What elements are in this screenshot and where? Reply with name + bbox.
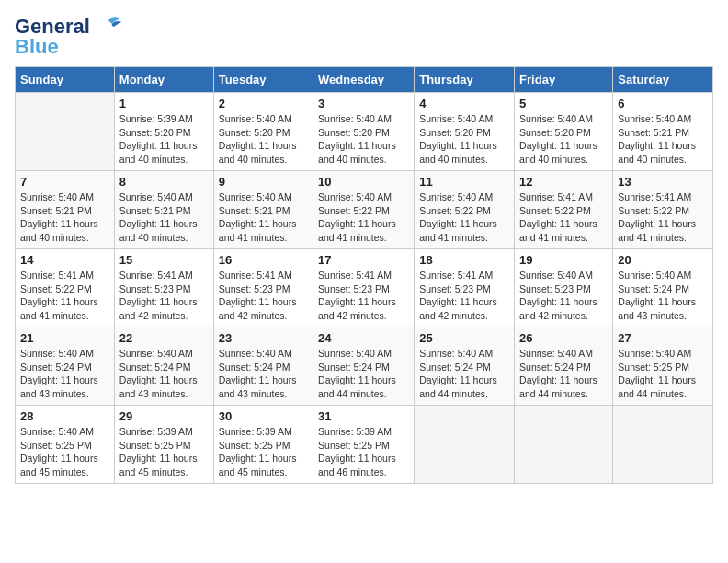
calendar-cell xyxy=(415,406,515,484)
calendar-cell: 6Sunrise: 5:40 AMSunset: 5:21 PMDaylight… xyxy=(613,93,713,171)
day-info: Sunrise: 5:39 AMSunset: 5:25 PMDaylight:… xyxy=(318,425,409,479)
calendar-cell: 19Sunrise: 5:40 AMSunset: 5:23 PMDayligh… xyxy=(515,249,613,327)
day-number: 8 xyxy=(119,175,209,189)
calendar-table: SundayMondayTuesdayWednesdayThursdayFrid… xyxy=(15,66,713,484)
calendar-cell: 30Sunrise: 5:39 AMSunset: 5:25 PMDayligh… xyxy=(213,406,313,484)
calendar-cell: 31Sunrise: 5:39 AMSunset: 5:25 PMDayligh… xyxy=(313,406,415,484)
page-header: General Blue xyxy=(15,15,713,59)
day-number: 27 xyxy=(618,331,708,345)
day-info: Sunrise: 5:40 AMSunset: 5:21 PMDaylight:… xyxy=(219,190,308,245)
day-number: 23 xyxy=(219,331,308,345)
column-header-wednesday: Wednesday xyxy=(313,67,415,93)
day-info: Sunrise: 5:40 AMSunset: 5:23 PMDaylight:… xyxy=(519,269,608,323)
day-info: Sunrise: 5:39 AMSunset: 5:25 PMDaylight:… xyxy=(119,425,209,479)
calendar-cell: 22Sunrise: 5:40 AMSunset: 5:24 PMDayligh… xyxy=(114,327,213,406)
calendar-cell: 16Sunrise: 5:41 AMSunset: 5:23 PMDayligh… xyxy=(213,249,313,327)
day-info: Sunrise: 5:40 AMSunset: 5:21 PMDaylight:… xyxy=(20,190,109,245)
day-number: 22 xyxy=(119,331,209,345)
column-header-monday: Monday xyxy=(114,67,213,93)
day-info: Sunrise: 5:41 AMSunset: 5:23 PMDaylight:… xyxy=(318,269,409,323)
calendar-cell: 9Sunrise: 5:40 AMSunset: 5:21 PMDaylight… xyxy=(213,171,313,249)
calendar-cell: 8Sunrise: 5:40 AMSunset: 5:21 PMDaylight… xyxy=(114,171,213,249)
day-number: 30 xyxy=(219,409,308,423)
day-number: 3 xyxy=(318,97,409,110)
day-info: Sunrise: 5:40 AMSunset: 5:24 PMDaylight:… xyxy=(20,347,109,401)
calendar-cell: 13Sunrise: 5:41 AMSunset: 5:22 PMDayligh… xyxy=(613,171,713,249)
day-info: Sunrise: 5:40 AMSunset: 5:22 PMDaylight:… xyxy=(419,190,509,245)
day-number: 26 xyxy=(519,331,608,345)
day-info: Sunrise: 5:40 AMSunset: 5:21 PMDaylight:… xyxy=(618,112,708,167)
logo-blue: Blue xyxy=(15,35,59,59)
day-info: Sunrise: 5:40 AMSunset: 5:21 PMDaylight:… xyxy=(119,190,209,245)
day-number: 1 xyxy=(119,97,209,110)
day-number: 21 xyxy=(20,331,109,345)
day-info: Sunrise: 5:40 AMSunset: 5:24 PMDaylight:… xyxy=(219,347,308,401)
day-info: Sunrise: 5:40 AMSunset: 5:25 PMDaylight:… xyxy=(20,425,109,479)
day-info: Sunrise: 5:39 AMSunset: 5:25 PMDaylight:… xyxy=(219,425,308,479)
calendar-cell: 28Sunrise: 5:40 AMSunset: 5:25 PMDayligh… xyxy=(16,406,115,484)
day-info: Sunrise: 5:40 AMSunset: 5:24 PMDaylight:… xyxy=(419,347,509,401)
calendar-cell: 17Sunrise: 5:41 AMSunset: 5:23 PMDayligh… xyxy=(313,249,415,327)
calendar-cell: 25Sunrise: 5:40 AMSunset: 5:24 PMDayligh… xyxy=(415,327,515,406)
day-info: Sunrise: 5:40 AMSunset: 5:24 PMDaylight:… xyxy=(519,347,608,401)
day-number: 11 xyxy=(419,175,509,189)
day-info: Sunrise: 5:40 AMSunset: 5:24 PMDaylight:… xyxy=(318,347,409,401)
calendar-cell: 29Sunrise: 5:39 AMSunset: 5:25 PMDayligh… xyxy=(114,406,213,484)
day-number: 20 xyxy=(618,253,708,267)
calendar-cell: 27Sunrise: 5:40 AMSunset: 5:25 PMDayligh… xyxy=(613,327,713,406)
day-info: Sunrise: 5:40 AMSunset: 5:20 PMDaylight:… xyxy=(519,112,608,167)
day-info: Sunrise: 5:41 AMSunset: 5:22 PMDaylight:… xyxy=(618,190,708,245)
day-number: 12 xyxy=(519,175,608,189)
calendar-cell xyxy=(515,406,613,484)
calendar-cell xyxy=(613,406,713,484)
day-number: 5 xyxy=(519,97,608,110)
day-info: Sunrise: 5:40 AMSunset: 5:24 PMDaylight:… xyxy=(618,269,708,323)
day-info: Sunrise: 5:40 AMSunset: 5:22 PMDaylight:… xyxy=(318,190,409,245)
day-number: 29 xyxy=(119,409,209,423)
calendar-cell: 12Sunrise: 5:41 AMSunset: 5:22 PMDayligh… xyxy=(515,171,613,249)
calendar-week-1: 1Sunrise: 5:39 AMSunset: 5:20 PMDaylight… xyxy=(16,93,713,171)
calendar-cell xyxy=(16,93,115,171)
day-number: 13 xyxy=(618,175,708,189)
day-number: 19 xyxy=(519,253,608,267)
calendar-cell: 7Sunrise: 5:40 AMSunset: 5:21 PMDaylight… xyxy=(16,171,115,249)
day-info: Sunrise: 5:41 AMSunset: 5:23 PMDaylight:… xyxy=(119,269,209,323)
day-number: 17 xyxy=(318,253,409,267)
day-number: 14 xyxy=(20,253,109,267)
column-header-sunday: Sunday xyxy=(16,67,115,93)
calendar-cell: 23Sunrise: 5:40 AMSunset: 5:24 PMDayligh… xyxy=(213,327,313,406)
calendar-cell: 26Sunrise: 5:40 AMSunset: 5:24 PMDayligh… xyxy=(515,327,613,406)
day-number: 18 xyxy=(419,253,509,267)
day-number: 15 xyxy=(119,253,209,267)
day-info: Sunrise: 5:40 AMSunset: 5:20 PMDaylight:… xyxy=(419,112,509,167)
day-info: Sunrise: 5:40 AMSunset: 5:24 PMDaylight:… xyxy=(119,347,209,401)
day-number: 31 xyxy=(318,409,409,423)
calendar-week-2: 7Sunrise: 5:40 AMSunset: 5:21 PMDaylight… xyxy=(16,171,713,249)
day-info: Sunrise: 5:41 AMSunset: 5:23 PMDaylight:… xyxy=(419,269,509,323)
day-number: 16 xyxy=(219,253,308,267)
column-header-tuesday: Tuesday xyxy=(213,67,313,93)
calendar-cell: 11Sunrise: 5:40 AMSunset: 5:22 PMDayligh… xyxy=(415,171,515,249)
calendar-cell: 1Sunrise: 5:39 AMSunset: 5:20 PMDaylight… xyxy=(114,93,213,171)
day-number: 10 xyxy=(318,175,409,189)
calendar-cell: 15Sunrise: 5:41 AMSunset: 5:23 PMDayligh… xyxy=(114,249,213,327)
logo-bird-icon xyxy=(92,17,121,37)
calendar-cell: 18Sunrise: 5:41 AMSunset: 5:23 PMDayligh… xyxy=(415,249,515,327)
column-header-friday: Friday xyxy=(515,67,613,93)
day-info: Sunrise: 5:40 AMSunset: 5:25 PMDaylight:… xyxy=(618,347,708,401)
calendar-cell: 4Sunrise: 5:40 AMSunset: 5:20 PMDaylight… xyxy=(415,93,515,171)
day-number: 25 xyxy=(419,331,509,345)
calendar-cell: 5Sunrise: 5:40 AMSunset: 5:20 PMDaylight… xyxy=(515,93,613,171)
calendar-cell: 10Sunrise: 5:40 AMSunset: 5:22 PMDayligh… xyxy=(313,171,415,249)
calendar-cell: 2Sunrise: 5:40 AMSunset: 5:20 PMDaylight… xyxy=(213,93,313,171)
day-info: Sunrise: 5:40 AMSunset: 5:20 PMDaylight:… xyxy=(318,112,409,167)
day-info: Sunrise: 5:41 AMSunset: 5:23 PMDaylight:… xyxy=(219,269,308,323)
calendar-week-4: 21Sunrise: 5:40 AMSunset: 5:24 PMDayligh… xyxy=(16,327,713,406)
day-info: Sunrise: 5:41 AMSunset: 5:22 PMDaylight:… xyxy=(519,190,608,245)
calendar-week-3: 14Sunrise: 5:41 AMSunset: 5:22 PMDayligh… xyxy=(16,249,713,327)
day-info: Sunrise: 5:40 AMSunset: 5:20 PMDaylight:… xyxy=(219,112,308,167)
day-number: 6 xyxy=(618,97,708,110)
day-number: 28 xyxy=(20,409,109,423)
day-info: Sunrise: 5:41 AMSunset: 5:22 PMDaylight:… xyxy=(20,269,109,323)
day-number: 2 xyxy=(219,97,308,110)
